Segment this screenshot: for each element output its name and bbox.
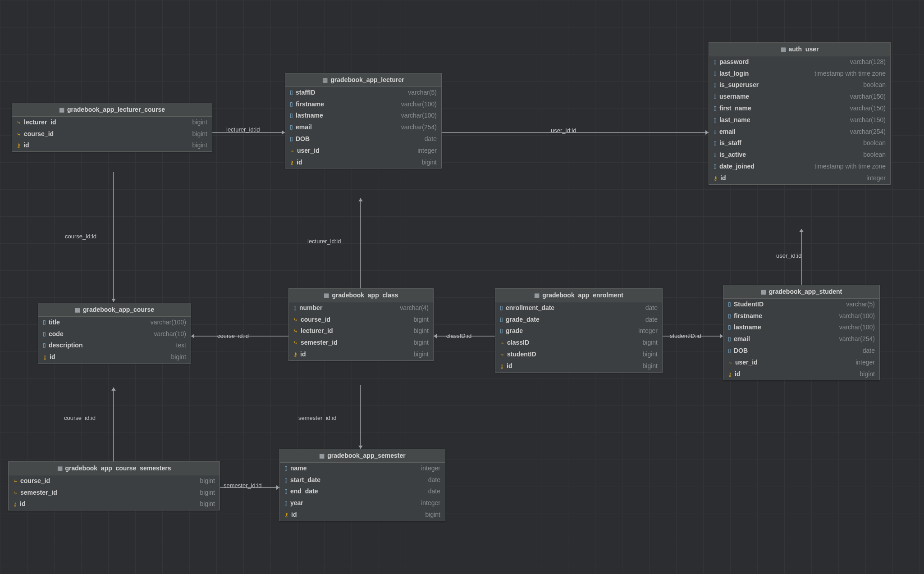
column-row[interactable]: firstnamevarchar(100) bbox=[723, 310, 879, 322]
column-row[interactable]: idbigint bbox=[289, 349, 433, 360]
column-row[interactable]: first_namevarchar(150) bbox=[709, 103, 890, 114]
foreign-key-icon bbox=[290, 147, 294, 155]
table-header[interactable]: gradebook_app_lecturer_course bbox=[12, 103, 212, 117]
column-row[interactable]: idbigint bbox=[12, 140, 212, 151]
column-row[interactable]: idbigint bbox=[38, 351, 191, 363]
column-row[interactable]: lecturer_idbigint bbox=[12, 117, 212, 128]
table-header[interactable]: gradebook_app_semester bbox=[280, 449, 445, 463]
table-class[interactable]: gradebook_app_classnumbervarchar(4)cours… bbox=[288, 288, 434, 361]
table-title: auth_user bbox=[789, 46, 819, 53]
arrowhead-icon bbox=[799, 229, 804, 232]
column-name: email bbox=[719, 128, 736, 136]
table-lecturer_course[interactable]: gradebook_app_lecturer_courselecturer_id… bbox=[12, 103, 212, 152]
column-row[interactable]: end_datedate bbox=[280, 486, 445, 497]
primary-key-icon bbox=[293, 351, 297, 358]
table-header[interactable]: gradebook_app_student bbox=[723, 285, 879, 299]
table-header[interactable]: auth_user bbox=[709, 43, 890, 56]
column-icon bbox=[714, 151, 717, 159]
column-row[interactable]: date_joinedtimestamp with time zone bbox=[709, 161, 890, 173]
column-icon bbox=[728, 301, 731, 308]
column-row[interactable]: emailvarchar(254) bbox=[285, 122, 441, 133]
column-row[interactable]: last_logintimestamp with time zone bbox=[709, 68, 890, 80]
column-type: boolean bbox=[863, 81, 886, 89]
column-row[interactable]: course_idbigint bbox=[12, 128, 212, 140]
column-row[interactable]: emailvarchar(254) bbox=[709, 126, 890, 138]
column-row[interactable]: idinteger bbox=[709, 173, 890, 184]
column-name: enrollment_date bbox=[506, 304, 554, 312]
column-row[interactable]: passwordvarchar(128) bbox=[709, 56, 890, 68]
column-row[interactable]: last_namevarchar(150) bbox=[709, 114, 890, 126]
table-student[interactable]: gradebook_app_studentStudentIDvarchar(5)… bbox=[723, 285, 880, 380]
column-icon bbox=[290, 89, 293, 96]
column-row[interactable]: usernamevarchar(150) bbox=[709, 91, 890, 103]
table-semester[interactable]: gradebook_app_semesternameintegerstart_d… bbox=[279, 449, 445, 521]
column-row[interactable]: lastnamevarchar(100) bbox=[285, 110, 441, 122]
table-auth_user[interactable]: auth_userpasswordvarchar(128)last_logint… bbox=[709, 42, 891, 185]
table-header[interactable]: gradebook_app_class bbox=[289, 289, 433, 302]
table-enrolment[interactable]: gradebook_app_enrolmentenrollment_dateda… bbox=[495, 288, 663, 373]
table-header[interactable]: gradebook_app_lecturer bbox=[285, 73, 441, 87]
column-row[interactable]: staffIDvarchar(5) bbox=[285, 87, 441, 99]
arrowhead-icon bbox=[191, 334, 194, 338]
column-row[interactable]: idbigint bbox=[495, 360, 662, 372]
column-row[interactable]: classIDbigint bbox=[495, 337, 662, 349]
column-type: varchar(100) bbox=[401, 112, 437, 119]
column-icon bbox=[284, 465, 288, 472]
column-row[interactable]: nameinteger bbox=[280, 463, 445, 474]
diagram-canvas[interactable]: gradebook_app_lecturer_courselecturer_id… bbox=[0, 0, 924, 574]
column-type: varchar(128) bbox=[850, 58, 886, 66]
column-row[interactable]: user_idinteger bbox=[285, 145, 441, 157]
table-header[interactable]: gradebook_app_course_semesters bbox=[9, 462, 220, 475]
column-row[interactable]: course_idbigint bbox=[289, 314, 433, 326]
column-row[interactable]: titlevarchar(100) bbox=[38, 317, 191, 328]
column-row[interactable]: lecturer_idbigint bbox=[289, 325, 433, 337]
column-row[interactable]: semester_idbigint bbox=[289, 337, 433, 349]
relationship-label: user_id:id bbox=[550, 127, 577, 134]
column-row[interactable]: is_staffboolean bbox=[709, 137, 890, 149]
table-icon bbox=[534, 292, 540, 299]
column-name: id bbox=[50, 353, 55, 361]
foreign-key-icon bbox=[293, 339, 298, 346]
column-row[interactable]: is_superuserboolean bbox=[709, 79, 890, 91]
column-icon bbox=[500, 304, 503, 312]
column-row[interactable]: idbigint bbox=[280, 509, 445, 521]
column-row[interactable]: DOBdate bbox=[723, 345, 879, 357]
column-row[interactable]: is_activeboolean bbox=[709, 149, 890, 161]
table-header[interactable]: gradebook_app_course bbox=[38, 303, 191, 317]
foreign-key-icon bbox=[500, 351, 504, 358]
column-row[interactable]: emailvarchar(254) bbox=[723, 333, 879, 345]
column-row[interactable]: semester_idbigint bbox=[9, 487, 220, 499]
column-row[interactable]: idbigint bbox=[723, 369, 879, 380]
column-row[interactable]: idbigint bbox=[9, 498, 220, 510]
column-row[interactable]: grade_datedate bbox=[495, 314, 662, 326]
column-type: date bbox=[863, 347, 875, 355]
arrowhead-icon bbox=[111, 299, 116, 302]
column-row[interactable]: lastnamevarchar(100) bbox=[723, 322, 879, 333]
table-header[interactable]: gradebook_app_enrolment bbox=[495, 289, 662, 302]
column-icon bbox=[728, 323, 731, 331]
primary-key-icon bbox=[500, 362, 504, 370]
column-row[interactable]: StudentIDvarchar(5) bbox=[723, 299, 879, 310]
column-icon bbox=[293, 304, 297, 312]
column-name: username bbox=[719, 93, 749, 100]
column-row[interactable]: codevarchar(10) bbox=[38, 328, 191, 340]
column-row[interactable]: course_idbigint bbox=[9, 475, 220, 487]
column-row[interactable]: gradeinteger bbox=[495, 325, 662, 337]
column-row[interactable]: start_datedate bbox=[280, 474, 445, 486]
column-row[interactable]: DOBdate bbox=[285, 133, 441, 145]
table-lecturer[interactable]: gradebook_app_lecturerstaffIDvarchar(5)f… bbox=[285, 73, 442, 169]
column-icon bbox=[500, 327, 503, 335]
column-row[interactable]: numbervarchar(4) bbox=[289, 302, 433, 314]
column-type: boolean bbox=[863, 139, 886, 147]
column-row[interactable]: enrollment_datedate bbox=[495, 302, 662, 314]
foreign-key-icon bbox=[293, 327, 298, 335]
column-type: varchar(150) bbox=[850, 105, 886, 112]
column-row[interactable]: firstnamevarchar(100) bbox=[285, 99, 441, 110]
column-row[interactable]: studentIDbigint bbox=[495, 349, 662, 360]
column-row[interactable]: idbigint bbox=[285, 157, 441, 169]
column-row[interactable]: descriptiontext bbox=[38, 340, 191, 351]
column-row[interactable]: yearinteger bbox=[280, 497, 445, 509]
column-row[interactable]: user_idinteger bbox=[723, 357, 879, 369]
table-course_semesters[interactable]: gradebook_app_course_semesterscourse_idb… bbox=[8, 461, 220, 510]
table-course[interactable]: gradebook_app_coursetitlevarchar(100)cod… bbox=[38, 303, 191, 364]
